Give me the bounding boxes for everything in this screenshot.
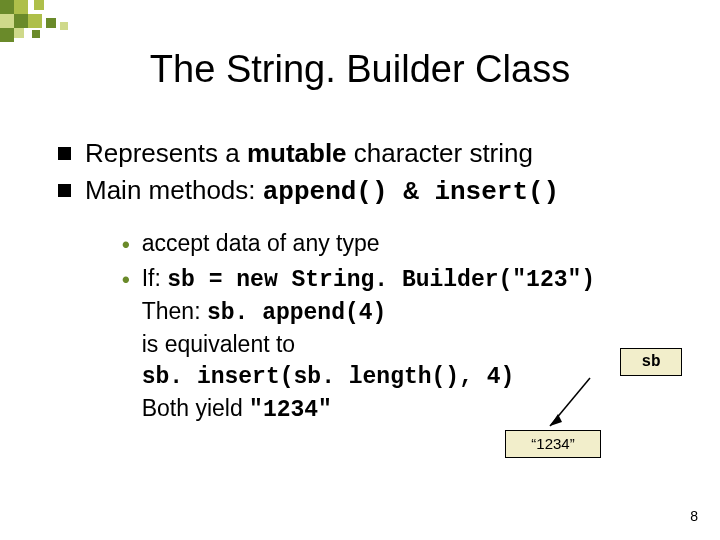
square-bullet-icon [58, 184, 71, 197]
slide-title: The String. Builder Class [0, 48, 720, 91]
text-bold: mutable [247, 138, 347, 168]
logo-squares [0, 0, 120, 42]
code-methods: append() & insert() [263, 177, 559, 207]
arrow-icon [538, 376, 600, 432]
text-pre: Represents a [85, 138, 247, 168]
equiv-text: is equivalent to [142, 329, 595, 360]
code-if: sb = new String. Builder("123") [167, 267, 595, 293]
square-bullet-icon [58, 147, 71, 160]
sub-bullet-example: • If: sb = new String. Builder("123") Th… [122, 263, 692, 426]
dot-bullet-icon: • [122, 234, 130, 256]
code-then: sb. append(4) [207, 300, 386, 326]
then-label: Then: [142, 298, 207, 324]
bullet-methods: Main methods: append() & insert() [58, 174, 692, 209]
sub-text: accept data of any type [142, 228, 380, 259]
code-result: "1234" [249, 397, 332, 423]
dot-bullet-icon: • [122, 269, 130, 291]
code-insert: sb. insert(sb. length(), 4) [142, 364, 515, 390]
both-label: Both yield [142, 395, 249, 421]
sub-bullet-accept: • accept data of any type [122, 228, 692, 259]
text-post: character string [347, 138, 533, 168]
slide-content: Represents a mutable character string Ma… [0, 137, 720, 426]
if-label: If: [142, 265, 168, 291]
page-number: 8 [690, 508, 698, 524]
sb-box: sb [620, 348, 682, 376]
text-pre: Main methods: [85, 175, 263, 205]
bullet-mutable: Represents a mutable character string [58, 137, 692, 170]
yield-box: “1234” [505, 430, 601, 458]
svg-marker-1 [550, 414, 562, 426]
